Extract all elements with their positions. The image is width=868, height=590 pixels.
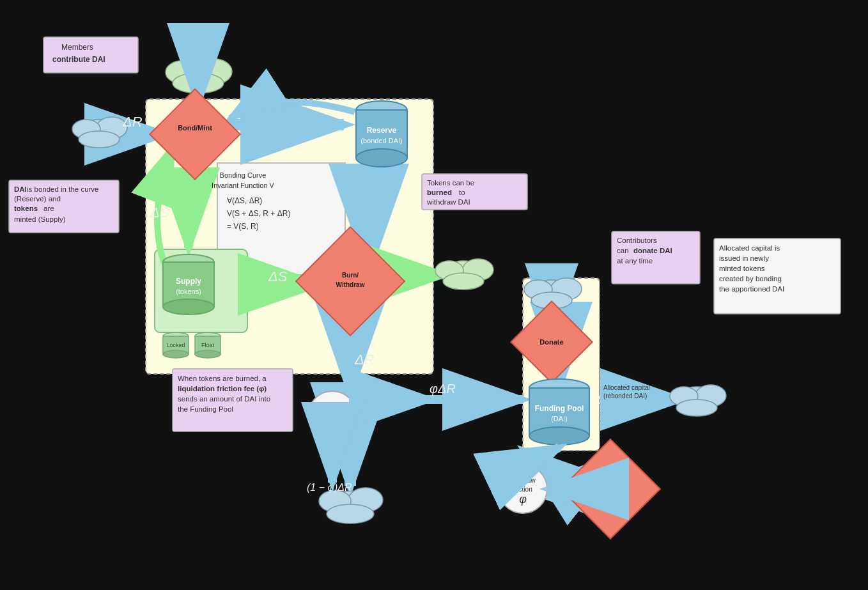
svg-point-66 [79, 131, 120, 148]
svg-text:Donate: Donate [539, 338, 563, 346]
svg-text:Burn/: Burn/ [342, 272, 359, 279]
svg-text:Float: Float [201, 342, 215, 348]
svg-text:withdraw DAI: withdraw DAI [426, 198, 470, 206]
svg-point-70 [443, 273, 484, 290]
svg-text:Reserve: Reserve [367, 126, 397, 135]
svg-text:(DAI): (DAI) [551, 415, 568, 423]
svg-text:(rebonded DAI): (rebonded DAI) [603, 392, 647, 400]
svg-text:ΔS: ΔS [268, 268, 288, 284]
svg-text:Invariant Function V: Invariant Function V [212, 182, 274, 189]
svg-text:is bonded in the curve: is bonded in the curve [27, 185, 99, 193]
svg-text:at any time: at any time [617, 257, 653, 265]
svg-point-82 [327, 504, 374, 524]
svg-text:Withdraw: Withdraw [336, 281, 365, 288]
svg-text:Burn/: Burn/ [602, 480, 619, 487]
svg-text:friction: friction [323, 412, 341, 419]
svg-text:φ: φ [519, 493, 527, 506]
svg-text:Members: Members [61, 43, 93, 52]
svg-text:ΔS: ΔS [150, 205, 169, 221]
svg-text:minted (Supply): minted (Supply) [14, 215, 66, 223]
svg-text:Bond/Mint: Bond/Mint [178, 124, 212, 132]
svg-text:are: are [43, 205, 54, 212]
svg-text:φΔR: φΔR [430, 382, 456, 396]
svg-text:= V(S, R): = V(S, R) [227, 222, 259, 231]
svg-text:Contributors: Contributors [617, 237, 657, 244]
svg-text:V(S + ΔS, R + ΔR): V(S + ΔS, R + ΔR) [227, 209, 290, 218]
svg-text:minted tokens: minted tokens [719, 265, 765, 272]
svg-text:the Funding Pool: the Funding Pool [178, 405, 233, 413]
svg-text:(1 − φ)ΔR: (1 − φ)ΔR [307, 482, 352, 493]
svg-point-105 [163, 350, 189, 358]
svg-text:ΔR: ΔR [122, 114, 143, 130]
svg-text:Bonding Curve: Bonding Curve [220, 171, 267, 179]
svg-text:can: can [617, 247, 629, 254]
svg-text:(bonded DAI): (bonded DAI) [360, 137, 402, 144]
svg-point-113 [529, 427, 589, 445]
svg-point-78 [676, 400, 717, 416]
svg-text:φ: φ [329, 419, 336, 432]
svg-text:(Reserve) and: (Reserve) and [14, 195, 61, 203]
svg-point-61 [173, 73, 224, 93]
svg-text:donate DAI: donate DAI [633, 247, 672, 254]
svg-text:DAI: DAI [14, 185, 27, 193]
svg-text:Supply: Supply [176, 277, 201, 286]
svg-text:Locked: Locked [166, 342, 185, 348]
svg-text:Allocated capital: Allocated capital [603, 384, 650, 391]
svg-text:issued in newly: issued in newly [719, 254, 769, 262]
svg-point-109 [195, 350, 221, 358]
svg-text:withdraw: withdraw [319, 403, 345, 410]
svg-text:to: to [459, 189, 465, 196]
svg-text:the apportioned DAI: the apportioned DAI [719, 285, 784, 293]
svg-text:burned: burned [427, 189, 452, 196]
svg-text:created by bonding: created by bonding [719, 275, 782, 283]
svg-text:Funding Pool: Funding Pool [535, 404, 584, 413]
svg-text:contribute DAI: contribute DAI [52, 55, 105, 64]
svg-text:(tokens): (tokens) [176, 288, 201, 295]
svg-text:∀(ΔS, ΔR): ∀(ΔS, ΔR) [227, 196, 262, 205]
svg-text:Withdraw: Withdraw [596, 490, 625, 497]
svg-point-95 [356, 149, 407, 167]
svg-text:Allocated capital is: Allocated capital is [719, 244, 780, 252]
svg-text:When tokens are burned, a: When tokens are burned, a [178, 375, 267, 382]
svg-text:sends an amount of DAI into: sends an amount of DAI into [178, 395, 270, 403]
svg-text:friction: friction [513, 486, 532, 493]
svg-text:Tokens can be: Tokens can be [427, 179, 474, 187]
svg-text:tokens: tokens [14, 205, 38, 212]
svg-point-100 [163, 299, 214, 314]
svg-text:liquidation friction fee (φ): liquidation friction fee (φ) [178, 385, 267, 392]
svg-text:ΔR: ΔR [354, 352, 375, 368]
svg-text:withdraw: withdraw [509, 477, 536, 484]
